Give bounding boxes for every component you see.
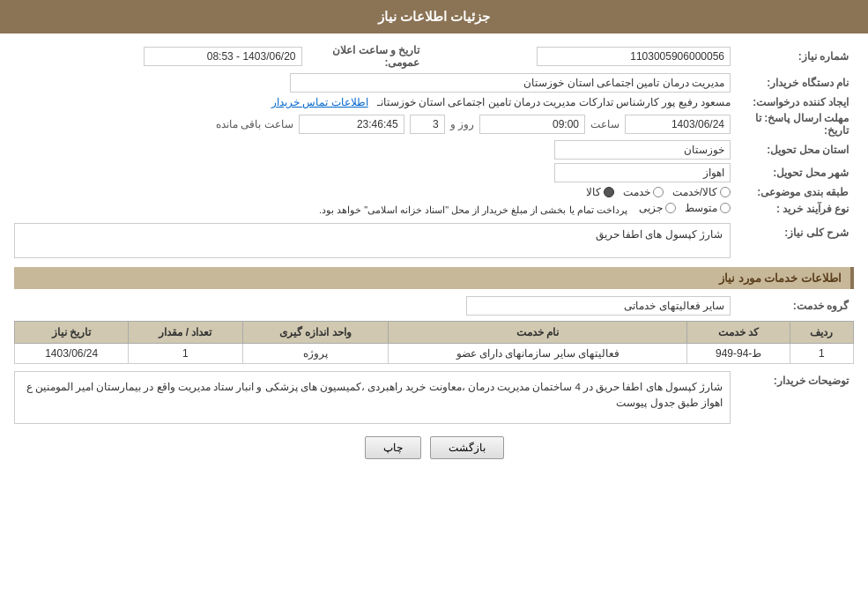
deadline-values: 1403/06/24 ساعت 09:00 روز و 3 23:46:45 س… [14, 115, 731, 134]
deadline-row: مهلت ارسال پاسخ: تا تاریخ: 1403/06/24 سا… [14, 112, 854, 137]
radio-kala-khedmat-label: کالا/خدمت [672, 186, 717, 198]
main-content: شماره نیاز: 1103005906000056 تاریخ و ساع… [0, 33, 868, 482]
announce-date-box: 1403/06/20 - 08:53 [144, 47, 302, 66]
radio-jozi-circle [665, 203, 676, 213]
col-header-unit: واحد اندازه گیری [242, 322, 389, 344]
radio-motavasset-label: متوسط [685, 202, 717, 214]
cell-code: ط-94-949 [687, 344, 790, 364]
radio-kala[interactable]: کالا [586, 186, 614, 198]
radio-kala-circle [604, 187, 614, 197]
buyer-name-label: نام دستگاه خریدار: [731, 77, 854, 89]
service-group-value: سایر فعالیتهای خدماتی [14, 296, 731, 316]
radio-khedmat-label: خدمت [623, 186, 650, 198]
general-desc-row: شرح کلی نیاز: شارژ کپسول های اطفا حریق [14, 223, 854, 258]
city-label: شهر محل تحویل: [731, 167, 854, 179]
cell-quantity: 1 [129, 344, 242, 364]
announce-date-value: 1403/06/20 - 08:53 [14, 47, 302, 66]
buyer-desc-text: شارژ کپسول های اطفا حریق در 4 ساختمان مد… [26, 382, 723, 408]
services-title-text: اطلاعات خدمات مورد نیاز [719, 271, 842, 285]
service-group-label: گروه خدمت: [731, 300, 854, 312]
radio-kala-label: کالا [586, 186, 601, 198]
city-row: شهر محل تحویل: اهواز [14, 163, 854, 182]
city-value: اهواز [14, 163, 731, 182]
print-button[interactable]: چاپ [365, 436, 421, 459]
purchase-type-value: متوسط جزیی پرداخت تمام یا بخشی از مبلغ خ… [14, 202, 731, 216]
deadline-time-box: 09:00 [479, 115, 585, 134]
general-desc-text: شارژ کپسول های اطفا حریق [596, 228, 723, 241]
category-label: طبقه بندی موضوعی: [731, 186, 854, 198]
radio-motavasset-circle [720, 203, 731, 213]
buyer-name-row: نام دستگاه خریدار: مدیریت درمان تامین اج… [14, 73, 854, 93]
page-header: جزئیات اطلاعات نیاز [0, 0, 868, 33]
service-group-row: گروه خدمت: سایر فعالیتهای خدماتی [14, 296, 854, 316]
page-title: جزئیات اطلاعات نیاز [378, 9, 490, 24]
service-group-box: سایر فعالیتهای خدماتی [466, 296, 731, 316]
province-box: خوزستان [554, 140, 731, 160]
general-desc-value: شارژ کپسول های اطفا حریق [14, 223, 731, 258]
creator-text: مسعود رفیع پور کارشناس تدارکات مدیریت در… [377, 96, 731, 108]
deadline-time-label: ساعت [590, 118, 619, 130]
col-header-row: ردیف [790, 322, 853, 344]
cell-name: فعالیتهای سایر سازمانهای دارای عضو [389, 344, 687, 364]
deadline-days-box: 3 [410, 115, 445, 134]
cell-date: 1403/06/24 [15, 344, 129, 364]
radio-khedmat-circle [653, 187, 664, 197]
deadline-days-label: روز و [450, 118, 474, 130]
city-box: اهواز [554, 163, 731, 182]
services-table-head: ردیف کد خدمت نام خدمت واحد اندازه گیری ت… [15, 322, 854, 344]
back-button[interactable]: بازگشت [430, 436, 504, 459]
buyer-desc-row: توضیحات خریدار: شارژ کپسول های اطفا حریق… [14, 371, 854, 424]
deadline-date-box: 1403/06/24 [625, 115, 731, 134]
radio-khedmat[interactable]: خدمت [623, 186, 664, 198]
contact-link[interactable]: اطلاعات تماس خریدار [271, 96, 368, 108]
buttons-row: بازگشت چاپ [14, 436, 854, 459]
col-header-code: کد خدمت [687, 322, 790, 344]
creator-label: ایجاد کننده درخواست: [731, 96, 854, 108]
top-info-row: شماره نیاز: 1103005906000056 تاریخ و ساع… [14, 44, 854, 69]
buyer-name-value: مدیریت درمان تامین اجتماعی استان خوزستان [14, 73, 731, 93]
general-desc-label: شرح کلی نیاز: [731, 223, 854, 239]
province-value: خوزستان [14, 140, 731, 160]
cell-unit: پروژه [242, 344, 389, 364]
purchase-type-row: نوع فرآیند خرید : متوسط جزیی پرداخت تمام… [14, 202, 854, 216]
table-row: 1 ط-94-949 فعالیتهای سایر سازمانهای دارا… [15, 344, 854, 364]
deadline-label: مهلت ارسال پاسخ: تا تاریخ: [731, 112, 854, 137]
creator-row: ایجاد کننده درخواست: مسعود رفیع پور کارش… [14, 96, 854, 108]
need-number-label: شماره نیاز: [731, 50, 854, 63]
radio-kala-khedmat-circle [720, 187, 731, 197]
buyer-name-box: مدیریت درمان تامین اجتماعی استان خوزستان [290, 73, 731, 93]
radio-jozi[interactable]: جزیی [639, 202, 676, 214]
services-section-title: اطلاعات خدمات مورد نیاز [14, 267, 854, 289]
radio-kala-khedmat[interactable]: کالا/خدمت [672, 186, 731, 198]
deadline-remaining-label: ساعت باقی مانده [216, 118, 293, 130]
buyer-desc-value: شارژ کپسول های اطفا حریق در 4 ساختمان مد… [14, 371, 731, 424]
cell-row: 1 [790, 344, 853, 364]
radio-motavasset[interactable]: متوسط [685, 202, 731, 214]
services-table-header-row: ردیف کد خدمت نام خدمت واحد اندازه گیری ت… [15, 322, 854, 344]
services-table: ردیف کد خدمت نام خدمت واحد اندازه گیری ت… [14, 321, 854, 364]
col-header-quantity: تعداد / مقدار [129, 322, 242, 344]
province-row: استان محل تحویل: خوزستان [14, 140, 854, 160]
radio-jozi-label: جزیی [639, 202, 663, 214]
category-row: طبقه بندی موضوعی: کالا/خدمت خدمت کالا [14, 186, 854, 198]
need-number-box: 1103005906000056 [537, 47, 731, 66]
category-options: کالا/خدمت خدمت کالا [14, 186, 731, 198]
general-desc-box: شارژ کپسول های اطفا حریق [14, 223, 731, 258]
purchase-type-note: پرداخت تمام یا بخشی از مبلغ خریدار از مح… [319, 204, 627, 215]
buyer-desc-label: توضیحات خریدار: [731, 371, 854, 387]
creator-value: مسعود رفیع پور کارشناس تدارکات مدیریت در… [14, 96, 731, 108]
services-table-body: 1 ط-94-949 فعالیتهای سایر سازمانهای دارا… [15, 344, 854, 364]
announce-date-label: تاریخ و ساعت اعلان عمومی: [302, 44, 426, 69]
buyer-desc-box: شارژ کپسول های اطفا حریق در 4 ساختمان مد… [14, 371, 731, 424]
col-header-date: تاریخ نیاز [15, 322, 129, 344]
need-number-value: 1103005906000056 [443, 47, 731, 66]
deadline-remaining-box: 23:46:45 [299, 115, 404, 134]
purchase-type-label: نوع فرآیند خرید : [731, 203, 854, 215]
col-header-name: نام خدمت [389, 322, 687, 344]
page-wrapper: جزئیات اطلاعات نیاز شماره نیاز: 11030059… [0, 0, 868, 609]
province-label: استان محل تحویل: [731, 144, 854, 156]
